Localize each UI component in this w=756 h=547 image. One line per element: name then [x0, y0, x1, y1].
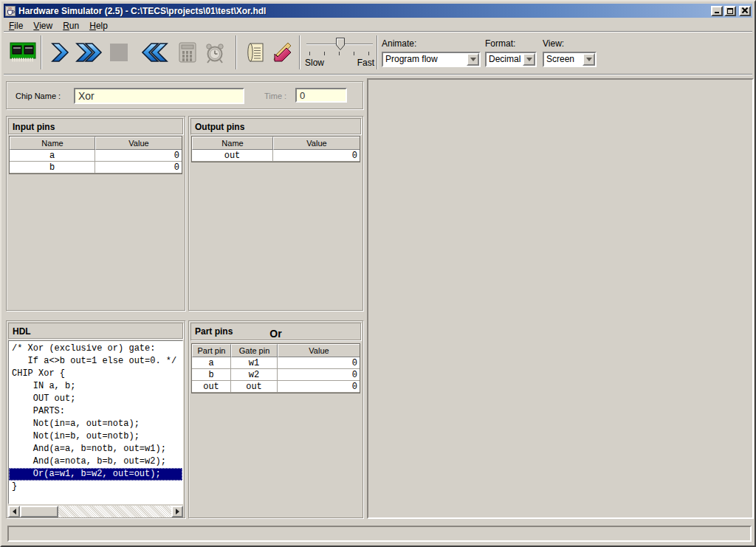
- minimize-button[interactable]: [711, 6, 723, 16]
- hardware-simulator-window: Hardware Simulator (2.5) - C:\TECS\proje…: [0, 0, 756, 547]
- chip-name-label: Chip Name :: [16, 92, 61, 100]
- reset-button[interactable]: [138, 35, 171, 69]
- java-cup-icon: [5, 6, 16, 16]
- input-pins-title: Input pins: [8, 118, 183, 134]
- hdl-line: IN a, b;: [12, 380, 182, 393]
- close-button[interactable]: [739, 6, 751, 16]
- output-pins-title: Output pins: [190, 118, 361, 134]
- toolbar-content-divider: [4, 74, 752, 75]
- toolbar-separator: [377, 35, 378, 69]
- table-row: out 0: [192, 150, 360, 162]
- output-pins-panel: Output pins Name Value out 0: [188, 116, 363, 311]
- slider-tick: [309, 52, 310, 55]
- toolbar-separator: [236, 35, 237, 69]
- title-bar: Hardware Simulator (2.5) - C:\TECS\proje…: [4, 4, 752, 18]
- hdl-line: }: [12, 481, 182, 493]
- hdl-line: If a<>b out=1 else out=0. */: [12, 355, 182, 368]
- run-button[interactable]: [73, 35, 106, 69]
- speed-slider[interactable]: Slow Fast: [305, 37, 374, 71]
- view-dropdown-button[interactable]: [583, 53, 595, 66]
- hdl-line-highlighted: Or(a=w1, b=w2, out=out);: [9, 468, 182, 481]
- part-pin-cell: a: [192, 357, 231, 369]
- chip-name-bar: Chip Name : Time :: [6, 81, 363, 109]
- fast-forward-icon: [75, 41, 104, 63]
- table-row: a w1 0: [192, 357, 360, 369]
- pin-value-cell: 0: [273, 150, 360, 162]
- minimize-icon: [715, 12, 719, 13]
- slider-fast-label: Fast: [357, 58, 374, 68]
- hdl-line: OUT out;: [12, 393, 182, 405]
- hdl-panel: HDL /* Xor (exclusive or) gate: If a<>b …: [6, 320, 185, 518]
- column-header-part-pin: Part pin: [192, 344, 231, 357]
- hdl-horizontal-scrollbar[interactable]: [8, 506, 183, 517]
- table-header-row: Name Value: [192, 137, 360, 150]
- slider-tick: [368, 52, 369, 55]
- part-pins-table: Part pin Gate pin Value a w1 0 b w2 0 ou…: [191, 343, 360, 393]
- menu-run[interactable]: Run: [58, 19, 84, 32]
- pin-value-cell: 0: [278, 381, 360, 393]
- menu-file[interactable]: File: [4, 19, 28, 32]
- column-header-value: Value: [273, 137, 360, 150]
- load-chip-button[interactable]: [8, 35, 38, 69]
- hdl-line: CHIP Xor {: [12, 368, 182, 380]
- hdl-line: And(a=nota, b=b, out=w2);: [12, 455, 182, 468]
- pin-name-cell: out: [192, 150, 273, 162]
- pin-value-cell[interactable]: 0: [95, 150, 182, 162]
- table-row: out out 0: [192, 381, 360, 393]
- window-title: Hardware Simulator (2.5) - C:\TECS\proje…: [18, 6, 266, 16]
- breakpoints-button[interactable]: [269, 35, 298, 69]
- slider-thumb[interactable]: [336, 38, 345, 52]
- format-select[interactable]: Decimal: [485, 52, 537, 67]
- part-pins-panel: Part pins Or Part pin Gate pin Value a w…: [188, 320, 363, 518]
- maximize-button[interactable]: [724, 6, 736, 16]
- column-header-value: Value: [95, 137, 182, 150]
- table-header-row: Name Value: [10, 137, 182, 150]
- slider-slow-label: Slow: [305, 58, 324, 68]
- animate-group: Animate: Program flow: [382, 38, 481, 67]
- pin-value-cell: 0: [278, 357, 360, 369]
- menu-help[interactable]: Help: [84, 19, 113, 32]
- calculator-button: [174, 35, 201, 69]
- pin-value-cell[interactable]: 0: [95, 162, 182, 173]
- maximize-icon: [727, 8, 733, 14]
- hdl-title: HDL: [8, 323, 183, 339]
- slider-tick: [324, 52, 325, 55]
- chevron-down-icon: [586, 58, 592, 64]
- view-label: View:: [543, 38, 597, 49]
- alarm-clock-icon: [204, 41, 226, 63]
- rewind-icon: [140, 41, 169, 63]
- gate-pin-cell: w2: [231, 369, 278, 381]
- animate-label: Animate:: [382, 38, 481, 49]
- table-row: b 0: [10, 162, 182, 173]
- hdl-code-view: /* Xor (exclusive or) gate: If a<>b out=…: [8, 340, 183, 504]
- script-scroll-icon: [246, 41, 266, 63]
- stop-button: [107, 35, 131, 69]
- input-pins-panel: Input pins Name Value a 0 b 0: [6, 116, 185, 311]
- animate-value: Program flow: [383, 53, 467, 66]
- slider-tick: [339, 52, 340, 55]
- animate-dropdown-button[interactable]: [467, 53, 479, 66]
- format-dropdown-button[interactable]: [523, 53, 535, 66]
- breakpoint-arrow-icon: [272, 41, 295, 63]
- calculator-icon: [177, 41, 198, 63]
- part-pin-cell: out: [192, 381, 231, 393]
- pin-value-cell: 0: [278, 369, 360, 381]
- format-group: Format: Decimal: [485, 38, 537, 67]
- animate-select[interactable]: Program flow: [382, 52, 481, 67]
- chevron-down-icon: [470, 58, 476, 64]
- column-header-value: Value: [278, 344, 360, 357]
- scroll-left-button[interactable]: [8, 506, 20, 517]
- clock-button: [202, 35, 228, 69]
- menu-view[interactable]: View: [28, 19, 58, 32]
- arrow-right-icon: [176, 509, 182, 515]
- scroll-right-button[interactable]: [171, 506, 183, 517]
- scrollbar-thumb[interactable]: [20, 506, 58, 517]
- view-select[interactable]: Screen: [543, 52, 597, 67]
- chip-name-input[interactable]: [74, 88, 244, 104]
- view-script-button[interactable]: [243, 35, 268, 69]
- gate-pin-cell: w1: [231, 357, 278, 369]
- single-step-button[interactable]: [47, 35, 72, 69]
- column-header-name: Name: [10, 137, 95, 150]
- status-bar: [7, 526, 752, 542]
- close-icon: [742, 7, 748, 13]
